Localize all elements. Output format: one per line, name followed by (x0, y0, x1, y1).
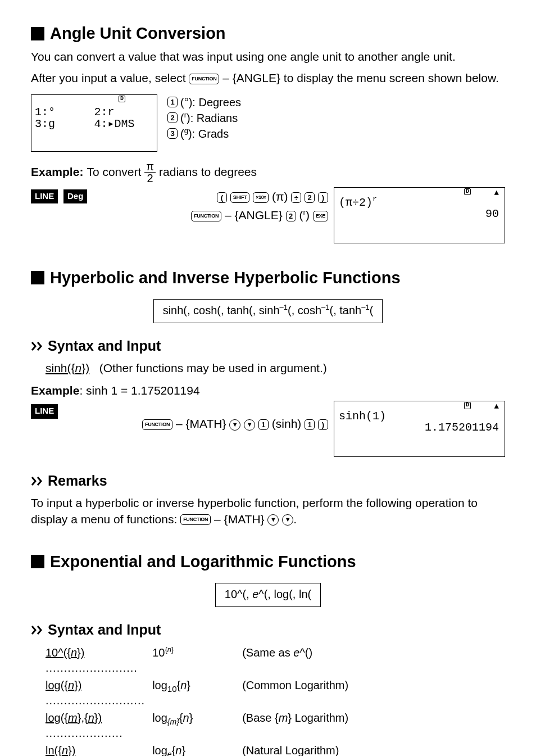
subheading-syntax-text: Syntax and Input (48, 337, 161, 356)
line-mode-badge: LINE (31, 404, 58, 418)
sinh-result-screen: D ▲ sinh(1) 1.175201194 (334, 401, 505, 457)
hyperbolic-func-list: sinh(, cosh(, tanh(, sinh–1(, cosh–1(, t… (153, 299, 383, 323)
section-heading-explog: Exponential and Logarithmic Functions (31, 551, 505, 573)
explog-func-list: 10^(, e^(, log(, ln( (215, 583, 321, 607)
down-key-icon: ▼ (267, 514, 279, 526)
example-pre: To convert (87, 164, 141, 180)
subheading-syntax-1: Syntax and Input (31, 337, 505, 356)
menu-1-deg: 1:° (35, 106, 94, 118)
syntax-row-10pow: 10^({n}) ......................... 10{n}… (46, 644, 348, 677)
sinh-key-sequence: FUNCTION – {MATH} ▼ ▼ 1 (sinh) 1 ) (60, 401, 334, 433)
section-heading-hyperbolic: Hyperbolic and Inverse Hyperbolic Functi… (31, 267, 505, 289)
angle-key-legend: 1(°): Degrees 2(r): Radians 3(g): Grads (167, 94, 241, 142)
bullet-square-icon (31, 555, 44, 568)
heading-hyperbolic: Hyperbolic and Inverse Hyperbolic Functi… (50, 267, 401, 289)
chevron-icon (31, 475, 43, 487)
keyseq-pi: (π) (272, 190, 288, 203)
explog-syntax-table: 10^({n}) ......................... 10{n}… (46, 644, 348, 756)
angle-key-sequence: ( SHIFT ×10x (π) ÷ 2 ) FUNCTION – {ANGLE… (89, 187, 334, 225)
syntax-row-logmn: log({m},{n}) ..................... log{m… (46, 709, 348, 742)
sinh-example-body: LINE FUNCTION – {MATH} ▼ ▼ 1 (sinh) 1 ) … (31, 401, 505, 457)
down-key-icon: ▼ (282, 514, 293, 526)
keyseq-sinh: (sinh) (272, 417, 302, 430)
subheading-remarks: Remarks (31, 472, 505, 491)
chevron-icon (31, 624, 43, 636)
key-close-paren: ) (318, 192, 328, 203)
deg-mode-badge: Deg (63, 189, 87, 203)
legend-grads: (g): Grads (180, 126, 229, 142)
keyseq-r: (r) (299, 209, 310, 221)
bullet-square-icon (31, 27, 44, 40)
heading-angle-conversion: Angle Unit Conversion (50, 22, 226, 44)
key-2b: 2 (286, 211, 296, 221)
result-answer: 90 (485, 208, 499, 220)
key-1: 1 (167, 97, 178, 107)
keyseq-math: – {MATH} (176, 417, 226, 430)
syntax-row-log: log({n}) ........................... log… (46, 677, 348, 709)
syntax-row-ln: ln({n}) ............................. lo… (46, 742, 348, 756)
up-arrow-icon: ▲ (494, 189, 499, 197)
angle-menu-row: D 1:° 2:r 3:g 4:▸DMS 1(°): Degrees 2(r):… (31, 94, 505, 152)
angle-example-prompt: Example: To convert π 2 radians to degre… (31, 161, 505, 184)
bullet-square-icon (31, 271, 44, 284)
key-shift: SHIFT (230, 192, 250, 203)
angle-example-body: LINE Deg ( SHIFT ×10x (π) ÷ 2 ) FUNCTION… (31, 187, 505, 243)
key-2: 2 (167, 112, 178, 123)
key-close-paren: ) (318, 419, 328, 430)
result-expr: (π÷2)r (339, 197, 377, 209)
down-key-icon: ▼ (229, 419, 240, 431)
example-post: radians to degrees (159, 164, 257, 180)
subheading-syntax-2: Syntax and Input (31, 621, 505, 640)
line-mode-badge: LINE (31, 189, 58, 203)
menu-3-grad: 3:g (35, 118, 94, 130)
result-expr: sinh(1) (339, 410, 386, 422)
d-indicator-icon: D (119, 96, 125, 103)
legend-radians: (r): Radians (180, 110, 238, 126)
key-1b: 1 (305, 419, 315, 430)
sinh-example-line: Example: sinh 1 = 1.175201194 (31, 383, 505, 399)
angle-intro-2: After you input a value, select FUNCTION… (31, 70, 505, 86)
key-function: FUNCTION (191, 211, 221, 221)
key-open-paren: ( (217, 192, 227, 203)
angle-intro-2-pre: After you input a value, select (31, 71, 189, 84)
angle-intro-2-post: – {ANGLE} to display the menu screen sho… (222, 71, 498, 84)
key-function: FUNCTION (180, 514, 211, 525)
angle-result-screen: D ▲ (π÷2)r 90 (334, 187, 505, 243)
keyseq-angle: – {ANGLE} (225, 209, 283, 221)
legend-degrees: (°): Degrees (180, 94, 241, 110)
angle-intro-1: You can convert a value that was input u… (31, 49, 505, 65)
key-3: 3 (167, 128, 178, 139)
key-exe: EXE (313, 211, 328, 221)
chevron-icon (31, 340, 43, 352)
result-answer: 1.175201194 (425, 422, 499, 433)
d-indicator-icon: D (464, 402, 471, 409)
key-x10x: ×10x (253, 192, 269, 203)
key-divide: ÷ (291, 192, 301, 203)
key-function: FUNCTION (142, 419, 172, 430)
section-heading-angle: Angle Unit Conversion (31, 22, 505, 44)
sinh-syntax-line: sinh({n}) (Other functions may be used i… (46, 360, 505, 376)
subheading-syntax-text-2: Syntax and Input (48, 621, 161, 640)
frac-denominator: 2 (146, 173, 155, 184)
remarks-title: Remarks (48, 472, 107, 491)
function-key: FUNCTION (189, 74, 219, 84)
menu-4-dms: 4:▸DMS (94, 118, 154, 130)
heading-explog: Exponential and Logarithmic Functions (50, 551, 356, 573)
example-label: Example: (31, 164, 83, 180)
frac-numerator: π (144, 161, 156, 173)
up-arrow-icon: ▲ (494, 402, 499, 411)
angle-menu-screen: D 1:° 2:r 3:g 4:▸DMS (31, 94, 157, 152)
d-indicator-icon: D (464, 188, 471, 196)
fraction-pi-2: π 2 (144, 161, 156, 184)
key-1a: 1 (258, 419, 269, 430)
key-2a: 2 (305, 192, 315, 203)
menu-2-rad: 2:r (94, 106, 154, 118)
down-key-icon: ▼ (244, 419, 255, 431)
remarks-text: To input a hyperbolic or inverse hyperbo… (31, 495, 505, 527)
